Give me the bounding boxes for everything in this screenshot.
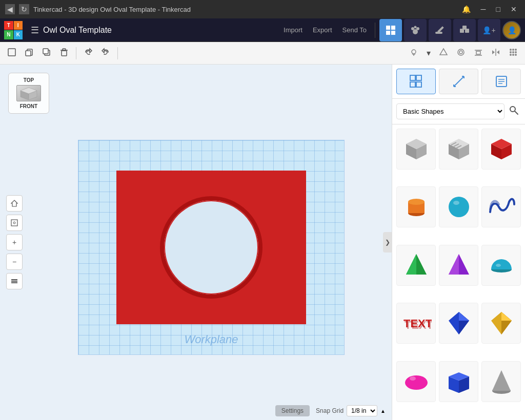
svg-rect-53	[410, 82, 415, 87]
svg-rect-46	[11, 220, 17, 226]
zoom-out-button[interactable]: −	[6, 254, 23, 270]
menu-button[interactable]: ☰	[27, 25, 43, 36]
shape-box-red[interactable]	[481, 129, 521, 170]
svg-rect-2	[386, 31, 390, 35]
svg-marker-30	[492, 50, 495, 54]
shape-ellipsoid-pink[interactable]	[396, 361, 436, 402]
tinkercad-logo[interactable]: T I N K	[0, 18, 27, 41]
panel-collapse-button[interactable]: ❯	[383, 232, 392, 253]
shape-text3d[interactable]: TEXT TEXT	[396, 303, 436, 344]
shape-pyramid-purple[interactable]	[439, 245, 478, 286]
shape-category-select[interactable]: Basic Shapes Letters Connectors Featured	[396, 103, 504, 119]
delete-button[interactable]	[56, 46, 72, 61]
shape-box-striped[interactable]	[439, 129, 478, 170]
shape-pyramid-green[interactable]	[396, 245, 436, 286]
svg-point-37	[515, 51, 517, 53]
undo-button[interactable]	[80, 46, 96, 61]
svg-marker-89	[449, 254, 459, 275]
viewport[interactable]: TOP FRONT + −	[0, 65, 392, 420]
svg-rect-52	[416, 75, 421, 80]
svg-marker-23	[440, 49, 447, 55]
mirror-button[interactable]	[488, 46, 503, 61]
search-button[interactable]	[507, 103, 521, 120]
shape-tool-1[interactable]	[436, 46, 451, 61]
nav-paw-button[interactable]	[404, 19, 427, 41]
home-view-button[interactable]	[6, 195, 23, 212]
align-button[interactable]	[471, 46, 486, 61]
shape-gem-blue[interactable]	[439, 303, 478, 344]
user-avatar[interactable]: 👤	[502, 21, 521, 39]
measure-view-button[interactable]	[439, 69, 478, 94]
svg-point-38	[510, 54, 512, 56]
grid-view-button[interactable]	[396, 69, 436, 94]
svg-point-101	[410, 376, 416, 381]
red-shape[interactable]	[116, 171, 306, 324]
right-panel: Basic Shapes Letters Connectors Featured	[392, 65, 525, 420]
view-icons-row	[392, 65, 525, 99]
window-menu-button[interactable]: 🔔	[459, 4, 474, 14]
svg-rect-20	[63, 49, 66, 50]
svg-marker-99	[501, 312, 512, 321]
toolbar-separator-1	[76, 47, 76, 59]
left-controls: + −	[6, 195, 23, 289]
dropdown-button[interactable]: ▾	[423, 46, 434, 61]
layers-button[interactable]	[6, 273, 23, 289]
maximize-button[interactable]: □	[493, 4, 503, 14]
import-button[interactable]: Import	[279, 24, 307, 36]
view-cube[interactable]: TOP FRONT	[8, 73, 49, 114]
snap-grid-control: Snap Grid 1/8 in 1/4 in 1/2 in 1 in ▲	[316, 405, 386, 416]
sendto-button[interactable]: Send To	[338, 24, 371, 36]
pattern-button[interactable]	[506, 46, 521, 61]
svg-rect-50	[11, 282, 17, 283]
snap-grid-label: Snap Grid	[316, 407, 344, 414]
shape-sphere-teal[interactable]	[439, 186, 478, 227]
minimize-button[interactable]: ─	[478, 4, 489, 14]
svg-rect-18	[62, 51, 67, 56]
svg-rect-51	[410, 75, 415, 80]
nav-build-button[interactable]	[429, 19, 451, 41]
close-button[interactable]: ✕	[508, 4, 520, 14]
svg-line-64	[515, 111, 518, 114]
redo-button[interactable]	[98, 46, 113, 61]
svg-rect-12	[462, 26, 467, 30]
shape-cylinder-orange[interactable]	[396, 186, 436, 227]
nav-person-add-button[interactable]: 👤+	[478, 19, 500, 41]
notes-view-button[interactable]	[481, 69, 521, 94]
nav-separator	[375, 23, 375, 38]
shape-box-blue[interactable]	[439, 361, 478, 402]
shape-halfball-teal[interactable]	[481, 245, 521, 286]
svg-point-82	[408, 199, 425, 205]
frame-view-button[interactable]	[6, 215, 23, 231]
logo-t: T	[4, 21, 13, 30]
duplicate-button[interactable]	[39, 46, 54, 61]
shape-cone-gray[interactable]	[481, 361, 521, 402]
shape-box-gray[interactable]	[396, 129, 436, 170]
settings-button[interactable]: Settings	[275, 405, 310, 416]
workplane-grid[interactable]: Workplane	[78, 140, 345, 355]
snap-arrow-button[interactable]: ▲	[380, 408, 386, 414]
new-button[interactable]	[4, 46, 19, 61]
app-header: T I N K ☰ Owl Oval Template Import Expor…	[0, 18, 525, 42]
shape-gem-yellow[interactable]	[481, 303, 521, 344]
svg-point-7	[414, 26, 417, 28]
svg-point-33	[512, 49, 514, 51]
paste-button[interactable]	[22, 46, 37, 61]
zoom-in-button[interactable]: +	[6, 234, 23, 250]
svg-rect-54	[416, 82, 421, 87]
nav-blocks-button[interactable]	[453, 19, 476, 41]
window-controls: 🔔 ─ □ ✕	[459, 4, 520, 14]
svg-point-100	[405, 375, 428, 390]
logo-i: I	[14, 21, 23, 30]
refresh-button[interactable]: ↻	[19, 4, 29, 14]
export-button[interactable]: Export	[309, 24, 336, 36]
nav-grid-button[interactable]	[379, 19, 402, 41]
bottom-bar: Settings Snap Grid 1/8 in 1/4 in 1/2 in …	[0, 402, 392, 420]
view-cube-top: TOP	[12, 77, 46, 83]
shape-squiggle[interactable]	[481, 186, 521, 227]
snap-grid-select[interactable]: 1/8 in 1/4 in 1/2 in 1 in	[347, 405, 377, 416]
back-button[interactable]: ◀	[5, 4, 15, 14]
toolbar-separator-2	[117, 47, 118, 59]
svg-rect-27	[476, 51, 480, 54]
shape-tool-2[interactable]	[453, 46, 469, 61]
light-button[interactable]	[406, 46, 421, 61]
